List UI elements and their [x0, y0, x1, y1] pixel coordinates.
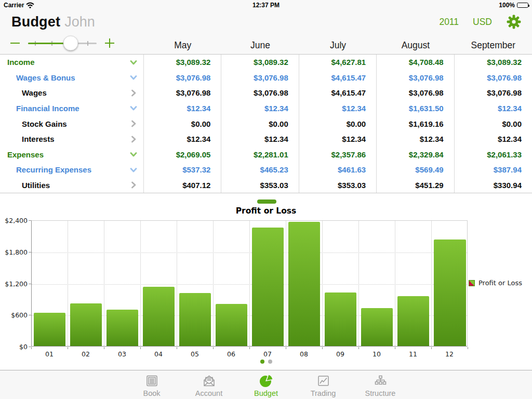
tab-label: Budget — [254, 389, 278, 397]
cell-may-utilities: $407.12 — [144, 178, 221, 193]
x-axis-label: 09 — [322, 350, 358, 358]
x-axis-tick — [322, 347, 323, 349]
split-drag-handle[interactable] — [257, 200, 276, 204]
row-label-stock-gains[interactable]: Stock Gains — [0, 116, 144, 131]
chart-column — [250, 221, 286, 346]
year-selector[interactable]: 2011 — [439, 17, 459, 28]
cell-may-interests: $12.34 — [144, 131, 221, 147]
x-axis-tick — [213, 347, 214, 349]
row-label-text: Wages — [22, 88, 129, 97]
account-icon — [202, 374, 217, 388]
bar-03[interactable] — [107, 310, 138, 346]
x-axis-label: 06 — [213, 350, 249, 358]
bar-07[interactable] — [252, 228, 284, 346]
cell-july-interests: $12.34 — [299, 131, 377, 147]
trading-icon — [316, 374, 331, 388]
x-axis-tick — [395, 347, 395, 349]
table-row: Utilities$407.12$353.03$353.03$451.29$33… — [0, 178, 532, 193]
currency-selector[interactable]: USD — [473, 17, 492, 28]
row-label-expenses[interactable]: Expenses — [0, 147, 144, 162]
page-dots — [0, 360, 532, 364]
chart-column — [323, 221, 359, 346]
table-row: Wages$3,076.98$3,076.98$4,615.47$3,076.9… — [0, 85, 532, 101]
tab-budget[interactable]: Budget — [237, 370, 295, 399]
table-row: Wages & Bonus$3,076.98$3,076.98$4,615.47… — [0, 70, 532, 86]
cell-august-interests: $12.34 — [377, 131, 454, 147]
y-axis-label: $600 — [0, 311, 28, 319]
x-axis-label: 04 — [140, 350, 177, 358]
bar-09[interactable] — [325, 292, 356, 346]
row-label-recurring-expenses[interactable]: Recurring Expenses — [0, 162, 144, 178]
chevron-right-icon — [129, 135, 138, 143]
cell-may-recurring-expenses: $537.32 — [144, 162, 221, 178]
gridline — [32, 315, 467, 316]
row-label-text: Recurring Expenses — [16, 165, 129, 174]
row-label-text: Expenses — [7, 150, 129, 159]
table-row: Financial Income$12.34$12.34$12.34$1,631… — [0, 101, 532, 116]
bar-04[interactable] — [143, 287, 175, 346]
y-axis-tick — [29, 315, 31, 315]
x-axis-label: 07 — [249, 350, 286, 358]
x-axis-tick — [177, 347, 177, 349]
cell-september-stock-gains: $0.00 — [455, 116, 532, 131]
cell-july-utilities: $353.03 — [299, 178, 377, 193]
bar-06[interactable] — [216, 304, 247, 346]
chevron-right-icon — [129, 89, 138, 97]
page-dot-1[interactable] — [260, 360, 264, 364]
bar-12[interactable] — [434, 240, 466, 346]
bar-01[interactable] — [34, 313, 65, 346]
cell-june-interests: $12.34 — [221, 131, 299, 147]
tab-book[interactable]: Book — [123, 370, 180, 399]
tab-label: Account — [195, 389, 222, 397]
x-axis-tick — [140, 347, 141, 349]
x-axis-label: 01 — [31, 350, 68, 358]
cell-june-wages-bonus: $3,076.98 — [221, 70, 299, 86]
bar-11[interactable] — [397, 296, 429, 346]
row-label-financial-income[interactable]: Financial Income — [0, 101, 144, 116]
chart-title: Profit or Loss — [0, 206, 532, 216]
chevron-down-icon — [129, 104, 138, 112]
cell-september-expenses: $2,061.33 — [455, 147, 532, 162]
cell-september-financial-income: $12.34 — [455, 101, 532, 116]
tab-trading[interactable]: Trading — [295, 370, 352, 399]
book-name: John — [64, 14, 95, 30]
row-label-wages[interactable]: Wages — [0, 85, 144, 101]
x-axis-label: 12 — [431, 350, 468, 358]
y-axis-label: $2,400 — [0, 217, 28, 224]
cell-august-wages-bonus: $3,076.98 — [377, 70, 454, 86]
cell-july-recurring-expenses: $461.63 — [299, 162, 377, 178]
x-axis-tick — [31, 347, 32, 349]
app-header: Budget John 2011 USD — [0, 10, 532, 34]
x-axis-tick — [104, 347, 104, 349]
row-label-wages-bonus[interactable]: Wages & Bonus — [0, 70, 144, 86]
bar-02[interactable] — [70, 303, 102, 346]
row-label-income[interactable]: Income — [0, 55, 144, 70]
row-label-interests[interactable]: Interests — [0, 131, 144, 147]
cell-may-expenses: $2,069.05 — [144, 147, 221, 162]
row-label-utilities[interactable]: Utilities — [0, 178, 144, 193]
gear-icon[interactable] — [506, 14, 522, 30]
budget-table: Income$3,089.32$3,089.32$4,627.81$4,708.… — [0, 54, 532, 193]
row-label-text: Stock Gains — [22, 119, 129, 128]
cell-may-income: $3,089.32 — [144, 55, 221, 70]
column-header-may: May — [144, 40, 221, 51]
page-dot-2[interactable] — [268, 360, 272, 364]
bar-08[interactable] — [288, 222, 320, 346]
chevron-right-icon — [129, 181, 138, 189]
bar-10[interactable] — [361, 308, 393, 346]
bar-05[interactable] — [179, 293, 211, 346]
cell-july-wages: $4,615.47 — [299, 85, 377, 101]
cell-july-stock-gains: $0.00 — [299, 116, 377, 131]
page-title: Budget — [11, 14, 60, 30]
month-spacer — [0, 40, 144, 51]
table-row: Stock Gains$0.00$0.00$0.00$1,619.16$0.00 — [0, 116, 532, 131]
chart-column — [395, 221, 432, 346]
row-label-text: Wages & Bonus — [16, 73, 129, 82]
chart-plot — [31, 220, 468, 347]
tab-structure[interactable]: Structure — [352, 370, 409, 399]
y-axis-tick — [29, 220, 31, 221]
gridline — [32, 252, 467, 253]
tab-account[interactable]: Account — [180, 370, 237, 399]
cell-september-wages: $3,076.98 — [455, 85, 532, 101]
cell-september-recurring-expenses: $387.94 — [455, 162, 532, 178]
